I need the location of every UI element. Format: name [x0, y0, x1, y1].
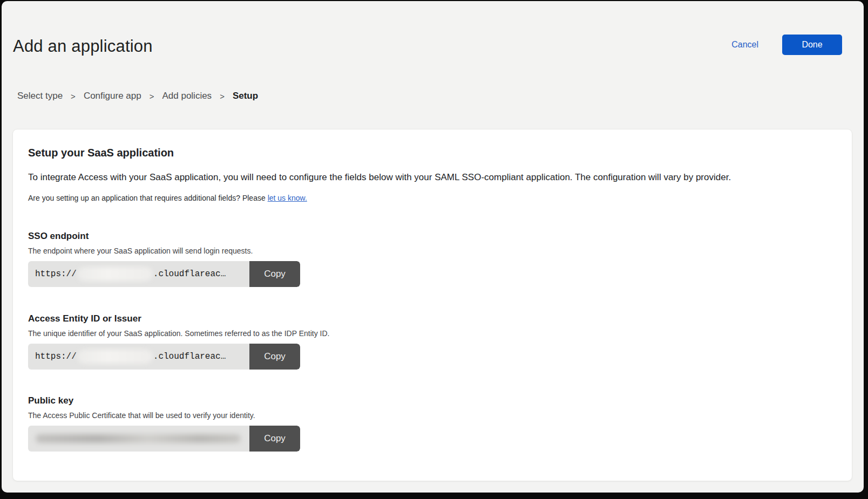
let-us-know-link[interactable]: let us know. [268, 194, 307, 202]
breadcrumb-step-add-policies[interactable]: Add policies [162, 91, 212, 101]
card-intro-text: To integrate Access with your SaaS appli… [28, 172, 835, 183]
access-entity-id-description: The unique identifier of your SaaS appli… [28, 329, 406, 338]
sso-endpoint-copy-button[interactable]: Copy [249, 261, 300, 287]
sso-endpoint-value-suffix: .cloudflareac… [153, 269, 226, 279]
redacted-value [77, 267, 153, 281]
header-actions: Cancel Done [731, 35, 842, 55]
public-key-copy-button[interactable]: Copy [249, 426, 300, 452]
access-entity-id-section: Access Entity ID or Issuer The unique id… [28, 313, 406, 370]
redacted-value [36, 434, 241, 443]
breadcrumb-separator: > [71, 92, 76, 101]
breadcrumb-separator: > [150, 92, 154, 101]
sso-endpoint-section: SSO endpoint The endpoint where your Saa… [28, 231, 406, 287]
public-key-section: Public key The Access Public Certificate… [28, 395, 406, 452]
access-entity-id-value-suffix: .cloudflareac… [153, 352, 226, 361]
page: Add an application Cancel Done Select ty… [2, 1, 864, 493]
access-entity-id-value: https:// .cloudflareac… [28, 344, 249, 370]
access-entity-id-value-prefix: https:// [35, 352, 77, 361]
public-key-label: Public key [28, 395, 406, 406]
public-key-description: The Access Public Certificate that will … [28, 411, 406, 420]
sso-endpoint-value-prefix: https:// [35, 269, 77, 279]
done-button[interactable]: Done [782, 35, 842, 55]
breadcrumb-separator: > [220, 92, 225, 101]
sso-endpoint-description: The endpoint where your SaaS application… [28, 247, 406, 255]
public-key-field: Copy [28, 426, 300, 452]
access-entity-id-label: Access Entity ID or Issuer [28, 313, 406, 324]
redacted-value [77, 350, 153, 364]
page-title: Add an application [13, 37, 153, 56]
card-note-text: Are you setting up an application that r… [28, 194, 268, 202]
breadcrumb-step-setup: Setup [233, 91, 258, 101]
breadcrumb: Select type > Configure app > Add polici… [17, 91, 258, 101]
access-entity-id-field: https:// .cloudflareac… Copy [28, 344, 300, 370]
breadcrumb-step-select-type[interactable]: Select type [17, 91, 63, 101]
setup-card: Setup your SaaS application To integrate… [12, 129, 852, 481]
sso-endpoint-field: https:// .cloudflareac… Copy [28, 261, 300, 287]
card-heading: Setup your SaaS application [28, 147, 174, 159]
breadcrumb-step-configure-app[interactable]: Configure app [84, 91, 141, 101]
public-key-value [28, 426, 249, 452]
sso-endpoint-value: https:// .cloudflareac… [28, 261, 249, 287]
sso-endpoint-label: SSO endpoint [28, 231, 406, 242]
card-note: Are you setting up an application that r… [28, 194, 307, 202]
cancel-button[interactable]: Cancel [731, 40, 758, 50]
access-entity-id-copy-button[interactable]: Copy [249, 344, 300, 370]
